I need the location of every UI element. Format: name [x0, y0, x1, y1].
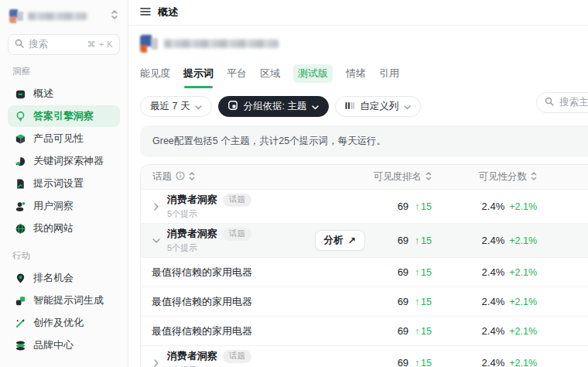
tab-regions[interactable]: 区域 — [260, 67, 280, 81]
tab-beta-badge[interactable]: 测试版 — [293, 64, 333, 83]
rank-change: ↑15 — [415, 326, 432, 337]
group-by-dropdown[interactable]: 分组依据: 主题 — [218, 96, 329, 117]
chevron-right-icon[interactable] — [152, 203, 161, 211]
score-value: 2.4% — [482, 357, 505, 367]
sidebar-item-user-insights[interactable]: 用户洞察 — [8, 195, 120, 217]
info-banner: Gree配置包括5 个主题，共计25个提示词，每天运行。 — [140, 125, 588, 157]
score-change: +2.1% — [509, 326, 537, 337]
rank-change: ↑15 — [415, 267, 432, 278]
topic-badge: 话题 — [223, 228, 251, 241]
workspace-logo — [9, 9, 23, 23]
chevron-down-icon — [312, 101, 319, 112]
user-icon — [14, 200, 26, 212]
sidebar-item-prompt-settings[interactable]: 提示词设置 — [8, 173, 120, 194]
prompt-title: 最值得信赖的家用电器 — [141, 266, 373, 280]
prompt-title: 最值得信赖的家用电器 — [141, 324, 373, 338]
table-header: 话题 可见度排名 — [141, 165, 588, 190]
rank-value: 69 — [398, 357, 409, 367]
sort-icon[interactable] — [531, 172, 537, 183]
topic-title: 消费者洞察 — [167, 193, 217, 207]
topics-table: 话题 可见度排名 — [140, 164, 588, 367]
search-shortcut: ⌘ + K — [87, 39, 113, 50]
lightbulb-icon — [14, 110, 26, 122]
prompt-title: 最值得信赖的家用电器 — [141, 295, 373, 309]
sidebar-item-answer-engine-insights[interactable]: 答案引擎洞察 — [8, 105, 120, 127]
sidebar-item-product-visibility[interactable]: 产品可见性 — [8, 128, 120, 149]
tab-bar: 能见度 提示词 平台 区域 测试版 情绪 引用 — [140, 64, 588, 91]
score-value: 2.4% — [482, 266, 505, 278]
sidebar-item-keyword-explorer[interactable]: 关键词探索神器 — [8, 150, 120, 172]
rank-change: ↑15 — [415, 297, 432, 307]
columns-icon — [345, 101, 354, 112]
sort-icon[interactable] — [189, 172, 195, 183]
rank-change: ↑15 — [415, 201, 432, 212]
sidebar-item-overview[interactable]: 概述 — [8, 83, 120, 105]
arrow-up-icon: ↑ — [415, 326, 419, 337]
topic-title: 消费者洞察 — [167, 227, 217, 241]
sidebar-item-brand-center[interactable]: 品牌中心 — [8, 334, 120, 356]
arrow-up-icon: ↑ — [415, 201, 419, 212]
score-value: 2.4% — [482, 201, 505, 212]
brand-name-redacted — [164, 39, 279, 48]
column-topic-label: 话题 — [152, 170, 172, 184]
sort-icon[interactable] — [426, 172, 432, 183]
filter-row: 最近 7 天 分组依据: 主题 — [140, 96, 588, 117]
tab-platforms[interactable]: 平台 — [227, 67, 247, 81]
workspace-selector[interactable] — [8, 6, 120, 26]
arrow-up-right-icon: ↗ — [348, 235, 356, 246]
rank-value: 69 — [398, 266, 409, 278]
blocks-icon — [14, 294, 26, 307]
tab-sentiment[interactable]: 情绪 — [346, 67, 366, 81]
table-row-topic-group[interactable]: 消费者洞察 话题 5个提示 69 ↑15 2.4% +2.1% — [141, 190, 588, 224]
rank-value: 69 — [398, 235, 409, 246]
menu-icon[interactable] — [140, 5, 151, 19]
sidebar-item-smart-prompt-generation[interactable]: 智能提示词生成 — [8, 290, 120, 311]
analyze-button[interactable]: 分析 ↗ — [315, 230, 365, 251]
tab-citations[interactable]: 引用 — [379, 67, 399, 81]
sidebar-item-ranking-opportunities[interactable]: 排名机会 — [8, 267, 120, 289]
table-row-topic-group-expanded[interactable]: 消费者洞察 话题 5个提示 分析 ↗ 69 ↑15 — [141, 224, 588, 258]
section-label-insights: 洞察 — [12, 66, 115, 77]
topic-badge: 话题 — [223, 350, 251, 363]
table-row-topic-group[interactable]: 消费者洞察 话题 5个提示 69 ↑15 2.4% +2.1% — [141, 346, 588, 367]
workspace-name-redacted — [28, 12, 87, 20]
sidebar-item-creation-optimization[interactable]: 创作及优化 — [8, 312, 120, 334]
arrow-up-icon: ↑ — [415, 235, 419, 246]
page-title: 概述 — [158, 5, 178, 19]
search-placeholder: 搜索 — [29, 38, 48, 51]
table-row-prompt[interactable]: 最值得信赖的家用电器 69 ↑15 2.4% +2.1% — [141, 287, 588, 317]
brand-row — [140, 33, 588, 53]
search-icon — [15, 39, 24, 50]
chevron-down-icon — [404, 101, 411, 112]
info-icon[interactable] — [176, 171, 185, 183]
top-bar: 概述 — [128, 0, 588, 26]
rank-value: 69 — [398, 325, 409, 337]
score-change: +2.1% — [509, 235, 537, 246]
table-row-prompt[interactable]: 最值得信赖的家用电器 69 ↑15 2.4% +2.1% — [141, 317, 588, 346]
score-change: +2.1% — [509, 267, 537, 278]
score-value: 2.4% — [482, 296, 505, 307]
chat-bubble-icon — [14, 155, 26, 167]
date-range-dropdown[interactable]: 最近 7 天 — [140, 96, 212, 117]
group-by-icon — [228, 101, 238, 112]
table-row-prompt[interactable]: 最值得信赖的家用电器 69 ↑15 2.4% +2.1% — [141, 258, 588, 287]
topic-search-input[interactable]: 搜索主题 — [536, 92, 588, 113]
custom-columns-dropdown[interactable]: 自定义列 — [335, 96, 421, 117]
app-root: 搜索 ⌘ + K 洞察 概述 答案引擎洞察 产品可见性 关 — [0, 0, 588, 367]
search-icon — [545, 97, 554, 108]
arrow-up-icon: ↑ — [415, 358, 419, 367]
pin-icon — [14, 272, 26, 284]
sidebar-item-my-website[interactable]: 我的网站 — [8, 218, 120, 239]
brand-logo — [140, 35, 158, 53]
rank-change: ↑15 — [415, 358, 432, 367]
arrow-up-icon: ↑ — [415, 267, 419, 278]
sidebar-search-input[interactable]: 搜索 ⌘ + K — [8, 34, 120, 55]
chevron-right-icon[interactable] — [152, 359, 161, 367]
tab-prompts[interactable]: 提示词 — [183, 67, 214, 81]
chevron-down-icon[interactable] — [152, 238, 161, 243]
score-change: +2.1% — [509, 358, 537, 367]
magic-wand-icon — [14, 317, 26, 329]
tab-visibility[interactable]: 能见度 — [140, 67, 170, 81]
score-value: 2.4% — [482, 325, 505, 337]
rank-value: 69 — [398, 296, 409, 307]
